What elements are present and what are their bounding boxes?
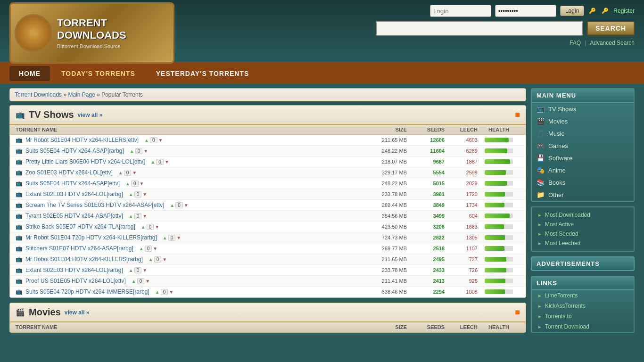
vote-down[interactable]: ▼ [142, 192, 147, 197]
vote-up[interactable]: ▲ [132, 279, 136, 284]
vote-down[interactable]: ▼ [143, 148, 148, 154]
sidebar-item-books[interactable]: 📚Books [532, 176, 634, 189]
sidebar-link-torrent-download[interactable]: ►Torrent Download [532, 321, 634, 332]
movies-view-all[interactable]: view all » [65, 309, 90, 316]
vote-down[interactable]: ▼ [155, 224, 159, 230]
sidebar-link-label: KickAssTorrents [545, 303, 586, 309]
vote-up[interactable]: ▲ [149, 257, 153, 262]
vote-down[interactable]: ▼ [162, 257, 167, 262]
sidebar-item-tv-shows[interactable]: 📺TV Shows [532, 103, 634, 115]
advanced-search-link[interactable]: Advanced Search [590, 40, 635, 46]
breadcrumb-item1[interactable]: Torrent Downloads [15, 91, 62, 98]
table-row: 📺 Suits S05E04 720p HDTV x264-IMMERSE[ra… [10, 287, 526, 297]
vote-down[interactable]: ▼ [140, 181, 144, 186]
password-input[interactable] [495, 5, 556, 17]
torrent-name-cell: 📺 Mr Robot S01E04 720p HDTV x264-KILLERS… [16, 234, 360, 241]
vote-area: ▲ 0 ▼ [125, 181, 144, 187]
search-input[interactable] [376, 21, 583, 36]
vote-up[interactable]: ▲ [141, 224, 146, 230]
tv-shows-rss-icon[interactable]: ■ [515, 110, 520, 120]
sidebar-item-anime[interactable]: 🎭Anime [532, 164, 634, 176]
sidebar-link-kickasstorrents[interactable]: ►KickAssTorrents [532, 301, 634, 311]
torrent-link[interactable]: Proof US S01E05 HDTV x264-LOL[ettv] [25, 278, 126, 284]
health-cell [478, 148, 520, 153]
vote-up[interactable]: ▲ [125, 181, 130, 186]
vote-up[interactable]: ▲ [118, 170, 123, 175]
login-input[interactable] [430, 5, 491, 17]
torrent-link[interactable]: Mr Robot S01E04 HDTV x264-KILLERS[rarbg] [25, 256, 143, 263]
vote-up[interactable]: ▲ [130, 148, 134, 154]
vote-down[interactable]: ▼ [145, 279, 150, 284]
vote-up[interactable]: ▲ [163, 235, 167, 240]
sidebar-link-torrents.to[interactable]: ►Torrents.to [532, 311, 634, 321]
torrent-name-cell: 📺 Mr Robot S01E04 HDTV x264-KILLERS[ettv… [16, 137, 360, 143]
breadcrumb-sep2: » [97, 91, 100, 98]
sidebar-link-limetorrents[interactable]: ►LimeTorrents [532, 290, 634, 301]
sidebar-item-movies[interactable]: 🎬Movies [532, 115, 634, 127]
vote-up[interactable]: ▲ [129, 192, 133, 197]
torrent-link[interactable]: Suits S05E04 720p HDTV x264-IMMERSE[rarb… [25, 288, 149, 295]
torrent-link[interactable]: Pretty Little Liars S06E06 HDTV x264-LOL… [25, 158, 145, 165]
torrent-link[interactable]: Suits S05E04 HDTV x264-ASAP[rarbg] [25, 148, 124, 154]
movies-section: 🎬 Movies view all » ■ TORRENT NAME SIZE … [9, 303, 526, 333]
vote-down[interactable]: ▼ [184, 203, 189, 208]
torrent-link[interactable]: Suits S05E04 HDTV x264-ASAP[ettv] [25, 180, 120, 187]
vote-down[interactable]: ▼ [169, 289, 173, 295]
logo-subtitle: Bittorrent Download Source [57, 43, 126, 49]
sidebar-item-software[interactable]: 💾Software [532, 152, 634, 164]
sidebar-icon: 📺 [537, 105, 545, 113]
logo-area: TD TORRENT DOWNLOADS Bittorrent Download… [9, 2, 174, 64]
search-button[interactable]: SEARCH [587, 21, 635, 35]
vote-down[interactable]: ▼ [176, 235, 181, 240]
health-bar [485, 138, 513, 142]
nav-yesterdays[interactable]: YESTERDAY'S TORRENTS [147, 66, 259, 81]
vote-down[interactable]: ▼ [132, 170, 137, 175]
torrent-link[interactable]: Scream The TV Series S01E03 HDTV x264-AS… [25, 202, 164, 208]
torrent-link[interactable]: Strike Back S05E07 HDTV x264-TLA[rarbg] [25, 223, 135, 230]
sidebar-sub-item-most-seeded[interactable]: ►Most Seeded [532, 229, 634, 239]
torrent-link[interactable]: Zoo S01E03 HDTV x264-LOL[ettv] [25, 169, 113, 176]
tv-shows-title-text: TV Shows [29, 109, 74, 120]
sidebar-sub-item-most-leeched[interactable]: ►Most Leeched [532, 239, 634, 248]
table-row: 📺 Stitchers S01E07 HDTV x264-ASAP[rarbg]… [10, 243, 526, 254]
torrent-link[interactable]: Stitchers S01E07 HDTV x264-ASAP[rarbg] [25, 245, 133, 252]
vote-up[interactable]: ▲ [144, 138, 149, 143]
register-button[interactable]: Register [613, 8, 635, 14]
vote-up[interactable]: ▲ [150, 159, 155, 165]
health-fill [485, 279, 505, 283]
torrent-link[interactable]: Mr Robot S01E04 HDTV x264-KILLERS[ettv] [25, 137, 139, 143]
sidebar-item-music[interactable]: 🎵Music [532, 127, 634, 140]
torrent-link[interactable]: Mr Robot S01E04 720p HDTV x264-KILLERS[r… [25, 234, 157, 241]
health-fill [485, 289, 505, 294]
breadcrumb-item2[interactable]: Main Page [68, 91, 95, 98]
vote-down[interactable]: ▼ [158, 138, 163, 143]
sidebar-item-games[interactable]: 🎮Games [532, 140, 634, 152]
vote-down[interactable]: ▼ [165, 159, 169, 165]
vote-down[interactable]: ▼ [142, 214, 147, 219]
tv-shows-view-all[interactable]: view all » [78, 112, 103, 118]
login-button[interactable]: Login [560, 6, 584, 16]
sidebar-ads-box: ADVERTISEMENTS [531, 256, 635, 271]
nav-home[interactable]: HOME [9, 66, 50, 81]
table-row: 📺 Mr Robot S01E04 HDTV x264-KILLERS[ettv… [10, 135, 526, 146]
faq-link[interactable]: FAQ [570, 40, 581, 46]
torrent-link[interactable]: Extant S02E03 HDTV x264-LOL[rarbg] [25, 267, 123, 273]
vote-up[interactable]: ▲ [129, 214, 133, 219]
sidebar-sub-item-most-active[interactable]: ►Most Active [532, 220, 634, 229]
sidebar-item-other[interactable]: 📁Other [532, 189, 634, 201]
sidebar-sub-item-most-downloaded[interactable]: ►Most Downloaded [532, 210, 634, 220]
vote-up[interactable]: ▲ [170, 203, 174, 208]
leech-cell: 1734 [445, 202, 478, 208]
health-bar [485, 246, 513, 251]
vote-up[interactable]: ▲ [155, 289, 160, 295]
vote-area: ▲ 0 ▼ [132, 278, 150, 284]
movies-rss-icon[interactable]: ■ [515, 307, 520, 317]
nav-todays[interactable]: TODAY'S TORRENTS [52, 66, 145, 81]
movies-header: 🎬 Movies view all » ■ [10, 303, 526, 322]
vote-up[interactable]: ▲ [129, 268, 133, 273]
vote-down[interactable]: ▼ [153, 246, 157, 251]
vote-down[interactable]: ▼ [142, 268, 147, 273]
torrent-link[interactable]: Extant S02E03 HDTV x264-LOL[rarbg] [25, 191, 123, 197]
torrent-link[interactable]: Tyrant S02E05 HDTV x264-ASAP[ettv] [25, 213, 123, 219]
vote-up[interactable]: ▲ [139, 246, 144, 251]
